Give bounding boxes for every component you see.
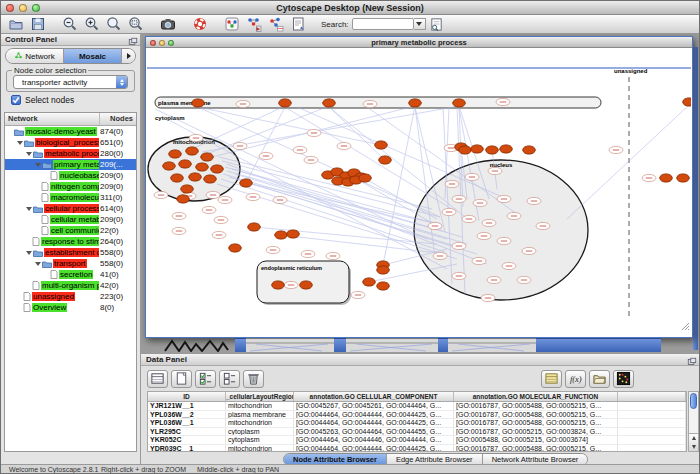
tree-row-establishment-of-lo[interactable]: establishment of lo558(0)	[5, 247, 136, 258]
background-window-blue[interactable]	[438, 338, 448, 352]
network-node-unselected[interactable]	[206, 191, 220, 198]
network-node-transporter[interactable]	[300, 281, 313, 289]
table-row-ylr295c[interactable]: YLR295Ccytoplasm[GO:0045263, GO:0044464,…	[148, 428, 686, 437]
network-node-unselected[interactable]	[496, 98, 510, 105]
scroll-down-icon[interactable]	[692, 445, 696, 449]
network-node-transporter[interactable]	[275, 231, 288, 239]
network-node-unselected[interactable]	[482, 219, 496, 226]
open-attributes-button[interactable]	[589, 370, 610, 388]
network-node-transporter[interactable]	[189, 173, 202, 181]
network-frame-titlebar[interactable]: primary metabolic process	[146, 37, 692, 48]
network-node-unselected[interactable]	[642, 174, 656, 181]
network-node-unselected[interactable]	[477, 232, 491, 239]
network-node-transporter[interactable]	[201, 153, 214, 161]
column-header[interactable]: annotation.GO MOLECULAR_FUNCTION	[454, 392, 618, 401]
network-node-unselected[interactable]	[473, 199, 487, 206]
network-node-unselected[interactable]	[202, 206, 216, 213]
network-graph[interactable]: plasma membranecytoplasmmitochondrionnuc…	[147, 63, 691, 325]
advanced-search-button[interactable]	[426, 16, 447, 33]
network-node-transporter[interactable]	[211, 165, 224, 173]
resize-grip-icon[interactable]	[680, 317, 690, 335]
background-window-blue[interactable]	[536, 338, 661, 352]
network-node-unselected[interactable]	[522, 247, 536, 254]
network-node-unselected[interactable]	[465, 173, 479, 180]
column-header[interactable]: annotation.GO CELLULAR_COMPONENT	[294, 392, 454, 401]
matrix-browser-button[interactable]	[613, 370, 634, 388]
tree-row-unassigned[interactable]: unassigned223(0)	[5, 291, 136, 302]
network-node-unselected[interactable]	[502, 262, 516, 269]
search-input[interactable]	[352, 18, 414, 30]
tab-mosaic[interactable]: Mosaic	[64, 49, 122, 63]
network-node-unselected[interactable]	[433, 252, 447, 259]
network-node-unselected[interactable]	[304, 156, 318, 163]
table-row-ypl036w__1[interactable]: YPL036W__1mitochondrion[GO:0044464, GO:0…	[148, 419, 686, 428]
tree-row-primary-metabo[interactable]: primary metabo209(...	[5, 159, 136, 170]
tree-row-mosaic-demo-yeast[interactable]: mosaic-demo-yeast874(0)	[5, 126, 136, 137]
zoom-in-button[interactable]	[81, 16, 102, 33]
network-node-unselected[interactable]	[351, 291, 365, 298]
network-node-transporter[interactable]	[409, 99, 422, 107]
window-titlebar[interactable]: Cytoscape Desktop (New Session)	[1, 1, 699, 15]
table-row-ydr039c__1[interactable]: YDR039C__1mitochondrion[GO:0044464, GO:0…	[148, 445, 686, 452]
network-node-unselected[interactable]	[172, 212, 186, 219]
network-node-transporter[interactable]	[169, 150, 182, 158]
network-canvas[interactable]: plasma membranecytoplasmmitochondrionnuc…	[147, 49, 691, 336]
network-node-transporter[interactable]	[240, 179, 253, 187]
network-node-unselected[interactable]	[488, 167, 502, 174]
network-node-transporter[interactable]	[363, 278, 376, 286]
network-node-transporter[interactable]	[287, 230, 300, 238]
table-row-ykr052c[interactable]: YKR052Ccytoplasm[GO:0044464, GO:0044446,…	[148, 436, 686, 445]
network-node-transporter[interactable]	[163, 162, 176, 170]
frame-close-icon[interactable]	[150, 40, 156, 46]
network-node-transporter[interactable]	[677, 174, 690, 182]
network-node-unselected[interactable]	[527, 197, 541, 204]
tree-row-multi-organism-pro[interactable]: multi-organism pro42(0)	[5, 280, 136, 291]
network-node-transporter[interactable]	[177, 195, 190, 203]
background-window-scribble[interactable]	[163, 338, 229, 352]
network-node-transporter[interactable]	[471, 145, 484, 153]
select-attributes-button[interactable]	[147, 370, 168, 388]
network-node-unselected[interactable]	[452, 272, 466, 279]
import-table-button[interactable]	[265, 16, 286, 33]
frame-minimize-icon[interactable]	[159, 40, 165, 46]
network-node-unselected[interactable]	[212, 231, 226, 238]
create-attribute-button[interactable]	[171, 370, 192, 388]
column-header-network[interactable]: Network	[5, 113, 99, 125]
network-node-transporter[interactable]	[683, 98, 691, 106]
formula-button[interactable]: f(x)	[565, 370, 586, 388]
network-node-unselected[interactable]	[326, 252, 340, 259]
zoom-selected-button[interactable]	[125, 16, 146, 33]
zoom-fit-button[interactable]	[103, 16, 124, 33]
annotation-button[interactable]	[287, 16, 308, 33]
save-button[interactable]	[27, 16, 48, 33]
network-edge[interactable]	[567, 105, 689, 219]
network-node-unselected[interactable]	[487, 276, 501, 283]
tree-row-macromolecule[interactable]: macromolecule311(0)	[5, 192, 136, 203]
network-node-unselected[interactable]	[497, 195, 511, 202]
network-node-transporter[interactable]	[272, 281, 285, 289]
tree-row-cellular-metabo[interactable]: cellular metabo209(0)	[5, 214, 136, 225]
help-button[interactable]	[189, 16, 210, 33]
scrollbar-arrows[interactable]	[689, 433, 698, 451]
table-scrollbar[interactable]	[688, 391, 699, 452]
network-node-transporter[interactable]	[660, 174, 673, 182]
network-node-transporter[interactable]	[248, 223, 261, 231]
column-header[interactable]	[618, 392, 686, 401]
background-window-pane[interactable]	[246, 338, 334, 352]
snapshot-button[interactable]	[157, 16, 178, 33]
network-node-transporter[interactable]	[186, 147, 199, 155]
search-dropdown-button[interactable]	[414, 18, 426, 30]
network-node-unselected[interactable]	[517, 276, 531, 283]
network-node-unselected[interactable]	[442, 208, 456, 215]
network-node-transporter[interactable]	[359, 174, 372, 182]
tree-row-overview[interactable]: Overview8(0)	[5, 302, 136, 313]
scroll-up-icon[interactable]	[692, 436, 696, 440]
background-window-blue[interactable]	[235, 338, 246, 352]
network-node-unselected[interactable]	[214, 216, 228, 223]
network-node-unselected[interactable]	[452, 195, 466, 202]
network-node-transporter[interactable]	[196, 163, 209, 171]
tab-scroll-right-button[interactable]	[122, 49, 135, 63]
minimize-window-icon[interactable]	[19, 4, 27, 12]
network-node-transporter[interactable]	[192, 99, 205, 107]
expander-icon[interactable]	[35, 163, 41, 167]
